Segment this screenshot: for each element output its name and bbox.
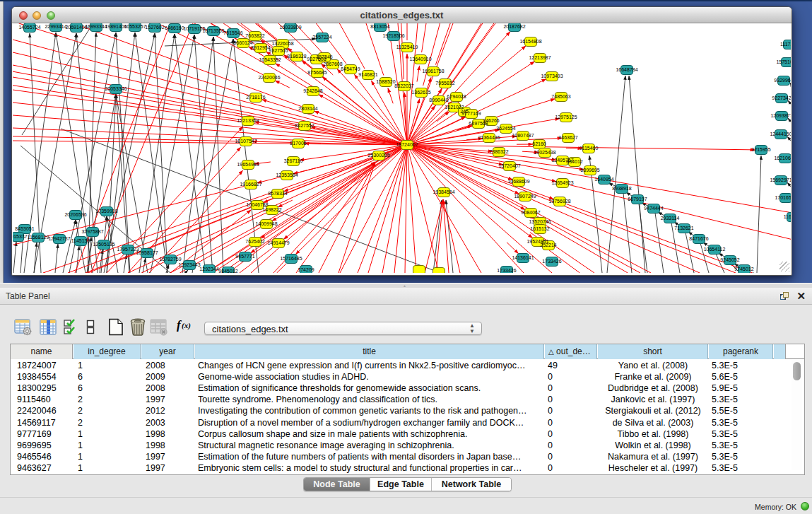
svg-text:10543382: 10543382 [259, 57, 281, 62]
svg-text:32975887: 32975887 [81, 229, 103, 234]
svg-text:157546: 157546 [316, 54, 332, 59]
svg-text:10973493: 10973493 [541, 74, 563, 78]
svg-text:18907249: 18907249 [514, 194, 536, 199]
svg-text:16961758: 16961758 [422, 69, 444, 74]
svg-text:9745012: 9745012 [734, 267, 753, 271]
svg-text:3915377: 3915377 [13, 234, 28, 239]
svg-text:2718176: 2718176 [246, 95, 265, 100]
svg-text:12444150: 12444150 [770, 132, 791, 136]
svg-text:16993344: 16993344 [85, 24, 107, 29]
svg-text:1615132: 1615132 [530, 226, 549, 231]
svg-text:9242848: 9242848 [303, 88, 322, 93]
svg-text:10958177: 10958177 [136, 250, 158, 255]
svg-text:6679197: 6679197 [628, 197, 647, 201]
svg-text:19384554: 19384554 [433, 189, 454, 194]
svg-text:16033809: 16033809 [279, 25, 301, 30]
svg-text:15716485: 15716485 [280, 256, 302, 261]
svg-text:20187682: 20187682 [503, 24, 525, 29]
svg-text:9327505: 9327505 [269, 48, 288, 53]
svg-text:9329966: 9329966 [774, 78, 791, 83]
svg-text:22420046: 22420046 [258, 75, 280, 80]
svg-text:8938918: 8938918 [612, 186, 631, 191]
svg-text:1733426: 1733426 [542, 259, 561, 264]
svg-text:13226058: 13226058 [271, 41, 293, 46]
svg-text:9227342: 9227342 [772, 95, 791, 100]
svg-text:8322037: 8322037 [394, 83, 413, 88]
svg-text:10553257: 10553257 [124, 24, 146, 29]
svg-text:19166827: 19166827 [240, 182, 261, 187]
svg-text:13520746: 13520746 [529, 219, 551, 224]
svg-text:7955812: 7955812 [435, 81, 454, 86]
svg-text:12975125: 12975125 [555, 115, 577, 119]
svg-text:12942737: 12942737 [48, 236, 70, 241]
svg-text:22993414: 22993414 [45, 24, 66, 29]
svg-text:6899695: 6899695 [580, 168, 599, 173]
svg-text:12213369: 12213369 [237, 118, 259, 123]
svg-text:14009948: 14009948 [255, 221, 277, 226]
svg-text:8660124: 8660124 [233, 40, 252, 45]
svg-text:16210643: 16210643 [774, 156, 791, 160]
svg-text:19218506: 19218506 [382, 33, 404, 38]
svg-text:10025438: 10025438 [534, 150, 555, 155]
svg-text:174209: 174209 [298, 267, 314, 272]
svg-text:10654112: 10654112 [704, 247, 726, 252]
svg-text:252214: 252214 [540, 243, 556, 247]
svg-text:1733426: 1733426 [497, 268, 516, 273]
svg-text:7663822: 7663822 [245, 33, 264, 38]
svg-text:7485063: 7485063 [551, 94, 570, 99]
svg-text:884012: 884012 [566, 159, 582, 164]
svg-text:16782759: 16782759 [159, 257, 181, 262]
svg-text:10807487: 10807487 [512, 133, 534, 138]
svg-text:10046788: 10046788 [246, 202, 268, 207]
svg-text:2803144: 2803144 [298, 106, 317, 111]
svg-text:14055724: 14055724 [18, 25, 40, 30]
svg-text:7386322: 7386322 [489, 149, 508, 154]
svg-text:10688609: 10688609 [507, 179, 529, 184]
svg-text:12654923: 12654923 [551, 180, 573, 185]
svg-text:14136141: 14136141 [512, 255, 534, 260]
svg-text:9084067: 9084067 [521, 210, 540, 215]
svg-text:15692971: 15692971 [770, 177, 791, 182]
svg-text:3624554: 3624554 [496, 126, 515, 131]
svg-text:9245052: 9245052 [720, 257, 739, 262]
svg-text:3215955: 3215955 [751, 147, 770, 152]
svg-text:17359918: 17359918 [95, 209, 117, 214]
svg-text:20206536: 20206536 [64, 212, 86, 217]
svg-text:12505135: 12505135 [93, 242, 114, 247]
svg-text:7515546: 7515546 [223, 30, 242, 35]
svg-text:9115460: 9115460 [579, 146, 599, 151]
svg-text:3267110: 3267110 [284, 158, 303, 163]
svg-text:18724007: 18724007 [396, 142, 418, 147]
svg-text:1145139: 1145139 [71, 238, 90, 243]
svg-text:11568129: 11568129 [28, 235, 49, 240]
svg-text:(x): (x) [182, 321, 191, 330]
svg-text:9146821: 9146821 [358, 72, 377, 77]
svg-text:8427552: 8427552 [295, 123, 314, 128]
svg-text:1117304: 1117304 [780, 42, 791, 47]
svg-text:12213987: 12213987 [529, 55, 551, 60]
svg-text:3557224: 3557224 [312, 35, 331, 40]
svg-text:16648784: 16648784 [616, 67, 637, 72]
svg-text:8578334: 8578334 [268, 191, 287, 196]
svg-text:19654985: 19654985 [237, 162, 259, 167]
svg-text:6466160: 6466160 [165, 25, 184, 30]
svg-text:21364436: 21364436 [478, 135, 500, 140]
svg-text:6794028: 6794028 [447, 94, 466, 99]
svg-text:1588520: 1588520 [376, 79, 395, 84]
svg-text:1362615: 1362615 [411, 90, 430, 95]
svg-text:14914479: 14914479 [267, 240, 289, 245]
svg-text:7132621: 7132621 [674, 226, 693, 230]
svg-text:19756928: 19756928 [548, 199, 570, 204]
svg-text:12923443: 12923443 [178, 262, 200, 267]
svg-text:17016504: 17016504 [775, 195, 791, 200]
svg-text:20691406: 20691406 [65, 25, 87, 30]
svg-text:11325419: 11325419 [396, 45, 418, 49]
svg-text:2933114: 2933114 [661, 216, 680, 221]
svg-text:62160: 62160 [532, 141, 546, 146]
svg-text:2867608: 2867608 [323, 62, 342, 66]
svg-text:15720407: 15720407 [498, 163, 520, 168]
svg-text:8912954: 8912954 [251, 45, 270, 50]
svg-text:20053346: 20053346 [105, 86, 126, 91]
svg-text:1527602: 1527602 [145, 25, 164, 30]
svg-text:9463627: 9463627 [558, 135, 577, 140]
